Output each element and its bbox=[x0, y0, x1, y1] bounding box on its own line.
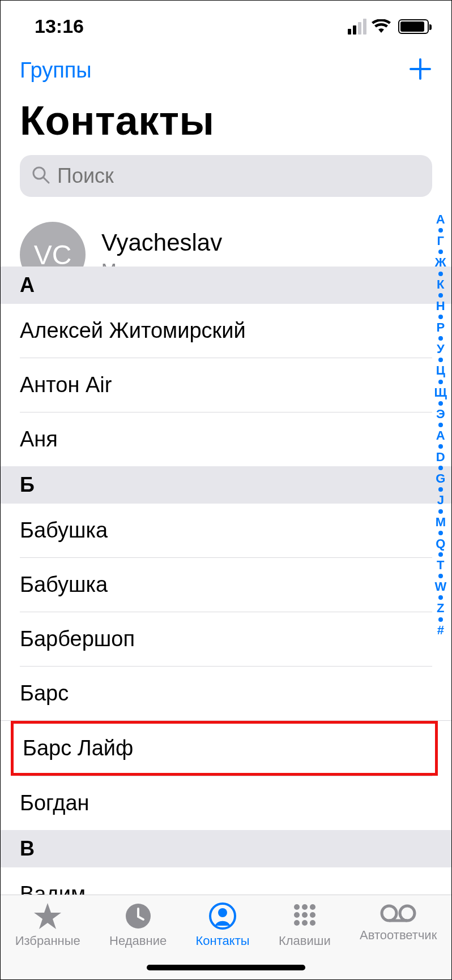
star-icon bbox=[33, 902, 62, 930]
annotation-highlight: Барс Лайф bbox=[11, 721, 438, 776]
contact-row[interactable]: Барс bbox=[20, 666, 432, 720]
tab-label: Избранные bbox=[15, 934, 80, 948]
tab-favorites[interactable]: Избранные bbox=[15, 902, 80, 948]
search-input[interactable] bbox=[57, 164, 421, 188]
svg-point-5 bbox=[294, 904, 300, 910]
index-letter[interactable]: Н bbox=[436, 299, 445, 313]
nav-bar: Группы bbox=[1, 43, 451, 92]
index-letter[interactable]: Э bbox=[436, 407, 445, 421]
svg-point-15 bbox=[400, 906, 415, 921]
section-header: Б bbox=[1, 466, 451, 504]
status-bar: 13:16 bbox=[1, 1, 451, 43]
index-dot bbox=[438, 444, 443, 449]
svg-point-13 bbox=[310, 920, 315, 926]
index-dot bbox=[438, 380, 443, 384]
svg-point-9 bbox=[302, 912, 308, 918]
contact-row[interactable]: Алексей Житомирский bbox=[20, 304, 432, 358]
person-circle-icon bbox=[208, 902, 237, 930]
index-letter[interactable]: Р bbox=[436, 321, 445, 334]
index-letter[interactable]: К bbox=[437, 278, 444, 291]
index-dot bbox=[438, 250, 443, 254]
tab-label: Автоответчик bbox=[360, 928, 437, 943]
index-letter[interactable]: M bbox=[436, 515, 446, 529]
index-dot bbox=[438, 293, 443, 298]
tab-label: Недавние bbox=[109, 934, 167, 948]
index-dot bbox=[438, 531, 443, 535]
page-title: Контакты bbox=[1, 92, 451, 155]
index-dot bbox=[438, 315, 443, 319]
contact-row[interactable]: Вадим bbox=[20, 867, 432, 895]
status-icons bbox=[348, 19, 429, 35]
tab-recents[interactable]: Недавние bbox=[109, 902, 167, 948]
contact-row[interactable]: Барбершоп bbox=[20, 612, 432, 666]
index-letter[interactable]: A bbox=[436, 429, 445, 442]
tab-contacts[interactable]: Контакты bbox=[196, 902, 250, 948]
tab-label: Клавиши bbox=[279, 934, 331, 948]
index-dot bbox=[438, 401, 443, 406]
contact-row[interactable]: Бабушка bbox=[20, 504, 432, 557]
index-letter[interactable]: Z bbox=[437, 601, 444, 615]
index-letter[interactable]: D bbox=[436, 450, 445, 464]
index-letter[interactable]: T bbox=[437, 558, 444, 572]
add-contact-button[interactable] bbox=[408, 54, 432, 86]
svg-point-11 bbox=[294, 920, 300, 926]
voicemail-icon bbox=[380, 902, 416, 925]
index-letter[interactable]: Щ bbox=[434, 386, 447, 399]
index-dot bbox=[438, 358, 443, 362]
battery-icon bbox=[398, 19, 429, 34]
index-letter[interactable]: У bbox=[437, 342, 445, 356]
section-header: В bbox=[1, 830, 451, 867]
svg-point-4 bbox=[218, 908, 227, 917]
tab-keypad[interactable]: Клавиши bbox=[279, 902, 331, 948]
index-dot bbox=[438, 272, 443, 276]
home-indicator[interactable] bbox=[147, 965, 305, 970]
tab-voicemail[interactable]: Автоответчик bbox=[360, 902, 437, 943]
contact-row-highlighted[interactable]: Барс Лайф bbox=[1, 720, 451, 776]
index-letter[interactable]: А bbox=[436, 213, 445, 226]
index-letter[interactable]: W bbox=[434, 580, 446, 594]
index-dot bbox=[438, 487, 443, 492]
wifi-icon bbox=[371, 19, 391, 34]
index-letter[interactable]: # bbox=[437, 624, 444, 637]
index-dot bbox=[438, 552, 443, 557]
tab-bar: Избранные Недавние Контакты Клавиши Авто… bbox=[1, 895, 451, 979]
svg-point-7 bbox=[310, 904, 315, 910]
groups-button[interactable]: Группы bbox=[20, 58, 92, 83]
svg-point-10 bbox=[310, 912, 315, 918]
contact-row[interactable]: Бабушка bbox=[20, 557, 432, 612]
svg-point-14 bbox=[382, 906, 396, 921]
index-dot bbox=[438, 617, 443, 622]
index-letter[interactable]: Q bbox=[436, 537, 445, 551]
index-letter[interactable]: G bbox=[436, 472, 445, 485]
index-letter[interactable]: J bbox=[437, 493, 444, 507]
keypad-icon bbox=[291, 902, 319, 930]
clock: 13:16 bbox=[35, 15, 84, 37]
index-letter[interactable]: Ц bbox=[436, 364, 445, 377]
svg-point-12 bbox=[302, 920, 308, 926]
svg-line-1 bbox=[44, 178, 49, 183]
my-card-name: Vyacheslav bbox=[101, 229, 222, 256]
tab-label: Контакты bbox=[196, 934, 250, 948]
index-dot bbox=[438, 228, 443, 233]
svg-point-6 bbox=[302, 904, 308, 910]
svg-point-8 bbox=[294, 912, 300, 918]
index-dot bbox=[438, 574, 443, 578]
contact-row[interactable]: Богдан bbox=[20, 776, 432, 830]
index-letter[interactable]: Ж bbox=[435, 256, 446, 269]
search-icon bbox=[31, 165, 50, 187]
clock-icon bbox=[124, 902, 152, 930]
index-dot bbox=[438, 595, 443, 600]
index-dot bbox=[438, 466, 443, 470]
index-dot bbox=[438, 509, 443, 514]
index-dot bbox=[438, 336, 443, 341]
cellular-signal-icon bbox=[348, 19, 366, 35]
alphabet-index[interactable]: АГЖКНРУЦЩЭADGJMQTWZ# bbox=[434, 213, 447, 637]
index-letter[interactable]: Г bbox=[437, 234, 444, 248]
section-header: А bbox=[1, 267, 451, 304]
search-field[interactable] bbox=[20, 155, 432, 197]
contact-row[interactable]: Аня bbox=[20, 412, 432, 466]
contact-row[interactable]: Антон Air bbox=[20, 358, 432, 412]
index-dot bbox=[438, 423, 443, 427]
contacts-list[interactable]: А Алексей Житомирский Антон Air Аня Б Ба… bbox=[1, 267, 451, 895]
